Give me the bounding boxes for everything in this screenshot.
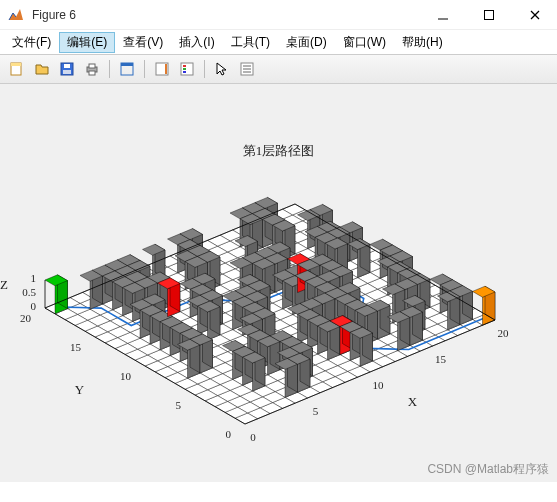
toolbar xyxy=(0,54,557,84)
toolbar-separator xyxy=(204,60,205,78)
menu-view[interactable]: 查看(V) xyxy=(115,32,171,53)
svg-text:10: 10 xyxy=(120,370,132,382)
menu-insert[interactable]: 插入(I) xyxy=(171,32,222,53)
svg-text:15: 15 xyxy=(435,353,447,365)
window-title: Figure 6 xyxy=(32,8,429,22)
svg-rect-6 xyxy=(11,63,21,66)
toolbar-separator xyxy=(144,60,145,78)
svg-rect-17 xyxy=(181,63,193,75)
plot-canvas: 051015200510152000.51XYZ xyxy=(0,84,557,482)
titlebar: Figure 6 xyxy=(0,0,557,30)
svg-text:0: 0 xyxy=(31,300,37,312)
menubar: 文件(F) 编辑(E) 查看(V) 插入(I) 工具(T) 桌面(D) 窗口(W… xyxy=(0,30,557,54)
svg-text:X: X xyxy=(408,394,418,409)
svg-text:0: 0 xyxy=(226,428,232,440)
svg-text:Y: Y xyxy=(75,382,85,397)
menu-window[interactable]: 窗口(W) xyxy=(335,32,394,53)
svg-text:Z: Z xyxy=(0,277,8,292)
svg-text:0.5: 0.5 xyxy=(22,286,36,298)
save-icon[interactable] xyxy=(56,58,78,80)
maximize-button[interactable] xyxy=(475,5,503,25)
watermark: CSDN @Matlab程序猿 xyxy=(427,461,549,478)
menu-help[interactable]: 帮助(H) xyxy=(394,32,451,53)
svg-rect-9 xyxy=(63,70,71,74)
new-figure-icon[interactable] xyxy=(6,58,28,80)
edit-plot-icon[interactable] xyxy=(116,58,138,80)
matlab-figure-icon xyxy=(8,7,24,23)
menu-edit[interactable]: 编辑(E) xyxy=(59,32,115,53)
minimize-button[interactable] xyxy=(429,5,457,25)
menu-file[interactable]: 文件(F) xyxy=(4,32,59,53)
menu-desktop[interactable]: 桌面(D) xyxy=(278,32,335,53)
pointer-icon[interactable] xyxy=(211,58,233,80)
data-cursor-icon[interactable] xyxy=(236,58,258,80)
print-icon[interactable] xyxy=(81,58,103,80)
figure-axes[interactable]: 第1层路径图 051015200510152000.51XYZ CSDN @Ma… xyxy=(0,84,557,482)
insert-legend-icon[interactable] xyxy=(176,58,198,80)
close-button[interactable] xyxy=(521,5,549,25)
svg-text:5: 5 xyxy=(176,399,182,411)
svg-text:0: 0 xyxy=(250,431,256,443)
svg-text:10: 10 xyxy=(373,379,385,391)
svg-rect-16 xyxy=(165,64,167,74)
svg-rect-8 xyxy=(64,64,70,68)
menu-tools[interactable]: 工具(T) xyxy=(223,32,278,53)
window-controls xyxy=(429,5,549,25)
svg-text:20: 20 xyxy=(20,312,32,324)
toolbar-separator xyxy=(109,60,110,78)
insert-colorbar-icon[interactable] xyxy=(151,58,173,80)
open-icon[interactable] xyxy=(31,58,53,80)
svg-rect-14 xyxy=(121,63,133,66)
svg-text:15: 15 xyxy=(70,341,82,353)
svg-rect-11 xyxy=(89,64,95,68)
svg-text:1: 1 xyxy=(31,272,37,284)
svg-text:20: 20 xyxy=(498,327,510,339)
svg-text:5: 5 xyxy=(313,405,319,417)
svg-rect-2 xyxy=(485,10,494,19)
svg-rect-12 xyxy=(89,71,95,75)
